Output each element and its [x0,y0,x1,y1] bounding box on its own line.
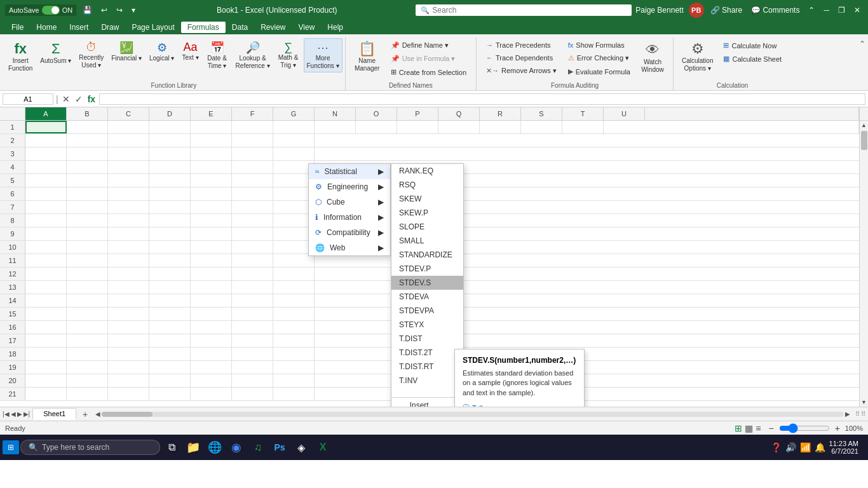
col-header-P[interactable]: P [397,107,438,120]
save-button[interactable]: 💾 [80,4,95,16]
minimize-button[interactable]: ─ [821,4,832,16]
autosave-toggle[interactable]: AutoSave ON [5,4,76,16]
menu-web[interactable]: 🌐 Web ▶ [309,240,390,255]
network-icon[interactable]: 📶 [800,442,811,452]
sheet-tab-sheet1[interactable]: Sheet1 [32,408,76,420]
col-header-B[interactable]: B [67,107,108,120]
stat-item-standardize[interactable]: STANDARDIZE [391,248,463,262]
scroll-thumb[interactable] [861,131,867,150]
math-trig-button[interactable]: ∑ Math &Trig ▾ [275,38,302,72]
share-button[interactable]: 🔗 Share [708,4,745,16]
autosave-more[interactable]: ▾ [129,4,138,16]
menu-compatibility[interactable]: ⟳ Compatibility ▶ [309,225,390,240]
stat-item-rsq[interactable]: RSQ [391,178,463,192]
cell-E1[interactable] [191,121,232,133]
insert-function-menu-item[interactable]: fx Insert Function… [391,397,463,407]
menu-file[interactable]: File [5,22,30,33]
page-layout-icon[interactable]: ▦ [745,423,753,433]
stat-item-t-inv[interactable]: T.INV [391,374,463,388]
tell-me-more-link[interactable]: ⓘ Tell me more [463,403,576,407]
stat-item-skew[interactable]: SKEW [391,192,463,206]
confirm-formula-icon[interactable]: ✓ [74,93,84,105]
stat-item-steyx[interactable]: STEYX [391,318,463,332]
scroll-left-arrow[interactable]: ◀ [95,410,100,417]
next-sheet-arrow[interactable]: ▶ [17,410,22,417]
redo-button[interactable]: ↪ [114,4,125,16]
stat-item-rank-eq[interactable]: RANK.EQ [391,164,463,178]
col-header-D[interactable]: D [149,107,191,120]
insert-function-button[interactable]: fx InsertFunction [5,38,36,75]
menu-engineering[interactable]: ⚙ Engineering ▶ [309,179,390,194]
cell-C1[interactable] [108,121,149,133]
normal-view-icon[interactable]: ⊞ [735,423,742,433]
horizontal-scrollbar[interactable]: ◀ ▶ [95,410,850,419]
help-icon[interactable]: ❓ [771,442,782,452]
formula-input[interactable] [99,93,865,105]
stat-item-stdev-p[interactable]: STDEV.P [391,262,463,276]
page-break-icon[interactable]: ≡ [756,423,761,433]
calculate-sheet-button[interactable]: ▦ Calculate Sheet [719,53,786,65]
cell-A1[interactable] [25,121,67,133]
menu-view[interactable]: View [292,22,322,33]
col-header-E[interactable]: E [191,107,232,120]
scroll-down-arrow[interactable]: ▼ [860,398,868,407]
menu-home[interactable]: Home [30,22,63,33]
undo-button[interactable]: ↩ [98,4,110,16]
stat-item-stdevpa[interactable]: STDEVPA [391,304,463,318]
menu-data[interactable]: Data [226,22,254,33]
trace-precedents-button[interactable]: → Trace Precedents [482,39,561,51]
stat-item-small[interactable]: SMALL [391,234,463,248]
zoom-slider[interactable] [779,423,830,433]
col-header-Q[interactable]: Q [438,107,480,120]
unknown-app-button[interactable]: ◈ [291,437,311,458]
speaker-icon[interactable]: 🔊 [785,442,796,452]
name-manager-button[interactable]: 📋 NameManager [351,38,384,75]
lookup-reference-button[interactable]: 🔎 Lookup &Reference ▾ [233,38,273,72]
calculate-now-button[interactable]: ⊞ Calculate Now [719,39,786,51]
menu-statistical[interactable]: ≈ Statistical ▶ [309,164,390,179]
more-functions-button[interactable]: ⋯ MoreFunctions ▾ [304,38,342,72]
autosum-button[interactable]: Σ AutoSum ▾ [37,38,74,67]
search-input[interactable] [432,6,627,15]
comments-button[interactable]: 💬 Comments [749,4,802,16]
stat-item-t-dist-rt[interactable]: T.DIST.RT [391,360,463,374]
menu-page-layout[interactable]: Page Layout [125,22,180,33]
stat-item-stdeva[interactable]: STDEVA [391,290,463,304]
autosave-switch[interactable] [42,6,60,15]
scroll-right-arrow[interactable]: ▶ [845,410,850,417]
row-number-1[interactable]: 1 [0,121,25,133]
remove-arrows-button[interactable]: ✕→ Remove Arrows ▾ [482,65,561,77]
stat-item-t-dist[interactable]: T.DIST [391,332,463,346]
trace-dependents-button[interactable]: ← Trace Dependents [482,52,561,64]
stat-item-t-dist-2t[interactable]: T.DIST.2T [391,346,463,360]
taskbar-search[interactable]: 🔍 Type here to search [20,440,160,455]
start-button[interactable]: ⊞ [3,440,19,454]
error-checking-button[interactable]: ⚠ Error Checking ▾ [564,52,635,64]
cell-B1[interactable] [67,121,108,133]
cell-D1[interactable] [149,121,191,133]
zoom-in-button[interactable]: + [832,423,843,433]
show-formulas-button[interactable]: fx Show Formulas [564,39,635,51]
use-in-formula-button[interactable]: 📌 Use in Formula ▾ [386,53,471,65]
edge-button[interactable]: 🌐 [205,437,225,458]
logical-button[interactable]: ⚙ Logical ▾ [146,38,177,65]
cell-G1[interactable] [273,121,315,133]
ribbon-collapse-arrow[interactable]: ⌃ [859,39,865,48]
menu-insert[interactable]: Insert [63,22,95,33]
prev-sheet-arrow[interactable]: ◀ [11,410,16,417]
col-header-O[interactable]: O [356,107,397,120]
vertical-scrollbar[interactable]: ▲ ▼ [859,121,868,407]
menu-draw[interactable]: Draw [95,22,125,33]
first-sheet-arrow[interactable]: |◀ [3,410,10,417]
close-button[interactable]: ✕ [851,4,863,16]
define-name-button[interactable]: 📌 Define Name ▾ [386,39,471,51]
stat-item-slope[interactable]: SLOPE [391,220,463,234]
menu-help[interactable]: Help [321,22,349,33]
col-header-T[interactable]: T [562,107,604,120]
insert-function-formula-icon[interactable]: fx [86,93,97,105]
recently-used-button[interactable]: ⏱ RecentlyUsed ▾ [76,38,107,72]
scroll-up-arrow[interactable]: ▲ [860,121,868,130]
menu-cube[interactable]: ⬡ Cube ▶ [309,194,390,210]
stat-item-skew-p[interactable]: SKEW.P [391,206,463,220]
menu-information[interactable]: ℹ Information ▶ [309,210,390,225]
